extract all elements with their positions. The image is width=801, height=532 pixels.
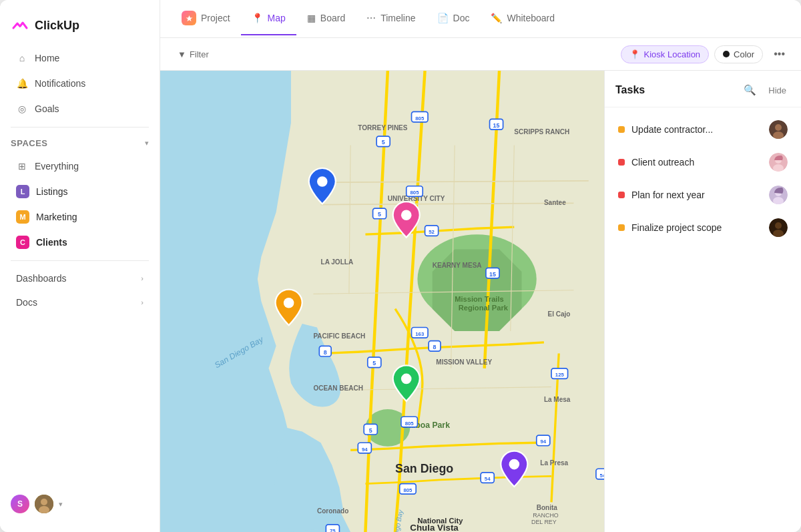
toolbar: ▼ Filter 📍 Kiosk Location Color ••• [160,38,801,71]
svg-text:15: 15 [493,122,500,129]
tab-whiteboard[interactable]: ✏️ Whiteboard [480,2,565,35]
tasks-hide-button[interactable]: Hide [764,83,790,98]
tab-timeline[interactable]: ⋯ Timeline [356,2,426,35]
goals-icon: ◎ [16,103,28,115]
svg-text:RANCHO: RANCHO [533,512,559,519]
svg-point-70 [284,298,294,308]
color-button[interactable]: Color [714,45,763,63]
map-tab-icon: 📍 [252,13,263,23]
svg-point-85 [775,222,782,229]
doc-tab-icon: 📄 [437,13,449,23]
nav-home[interactable]: ⌂ Home [5,46,154,70]
docs-label: Docs [16,297,37,308]
kiosk-label: Kiosk Location [644,49,701,59]
clients-badge: C [16,236,29,249]
nav-goals-label: Goals [35,103,59,114]
task-item[interactable]: Client outreach [607,146,798,178]
tab-project-label: Project [201,13,230,23]
svg-text:805: 805 [405,421,415,427]
map-container[interactable]: TORREY PINES SCRIPPS RANCH UNIVERSITY CI… [160,71,604,532]
svg-point-72 [509,459,520,470]
spaces-chevron-icon: ▾ [145,139,149,148]
task-status-dot [618,224,625,231]
svg-text:Santee: Santee [544,199,566,206]
svg-text:KEARNY MESA: KEARNY MESA [433,262,482,269]
task-status-dot [618,159,625,166]
filter-button[interactable]: ▼ Filter [171,46,216,63]
svg-text:Mission Trails: Mission Trails [455,295,504,303]
task-item[interactable]: Update contractor... [607,113,798,146]
sidebar-divider-1 [11,127,149,127]
tab-doc[interactable]: 📄 Doc [427,2,481,35]
listings-badge: L [16,185,29,198]
svg-text:54: 54 [600,473,604,479]
map-svg: TORREY PINES SCRIPPS RANCH UNIVERSITY CI… [160,71,604,532]
svg-text:DEL REY: DEL REY [531,519,557,525]
bell-icon: 🔔 [16,77,28,89]
svg-text:8: 8 [324,349,327,356]
listings-label: Listings [36,186,67,197]
svg-text:TORREY PINES: TORREY PINES [358,124,408,131]
filter-label: Filter [190,49,209,59]
toolbar-left: ▼ Filter [171,46,216,63]
hide-label: Hide [768,85,786,95]
nav-docs[interactable]: Docs › [5,291,154,314]
task-avatar [769,153,788,172]
svg-text:54: 54 [485,476,491,482]
svg-text:5: 5 [382,139,385,146]
nav-dashboards[interactable]: Dashboards › [5,267,154,290]
color-circle-icon [723,51,730,57]
spaces-header[interactable]: Spaces ▾ [0,133,160,154]
svg-text:5: 5 [378,211,381,218]
svg-text:94: 94 [362,447,368,453]
task-item[interactable]: Plan for next year [607,179,798,211]
tasks-search-button[interactable]: 🔍 [741,81,759,99]
sidebar-item-marketing[interactable]: M Marketing [5,205,154,229]
task-item[interactable]: Finalize project scope [607,212,798,244]
kiosk-location-button[interactable]: 📍 Kiosk Location [621,45,710,63]
svg-text:MISSION VALLEY: MISSION VALLEY [436,358,492,366]
svg-text:LA JOLLA: LA JOLLA [321,258,354,266]
task-avatar [769,218,788,237]
task-list: Update contractor... Client outreac [605,107,801,532]
tab-project[interactable]: Project [171,0,241,37]
user-avatar-photo[interactable] [35,495,53,513]
svg-text:94: 94 [540,439,546,445]
toolbar-right: 📍 Kiosk Location Color ••• [621,45,790,63]
task-name: Client outreach [631,157,762,168]
svg-text:SCRIPPS RANCH: SCRIPPS RANCH [514,128,569,136]
task-status-dot [618,126,625,133]
filter-icon: ▼ [178,49,186,59]
svg-text:Chula Vista: Chula Vista [410,523,459,532]
svg-text:Regional Park: Regional Park [459,304,509,312]
more-dots-icon: ••• [774,48,785,59]
clickup-logo-icon [11,16,29,35]
whiteboard-tab-icon: ✏️ [491,13,502,23]
tab-timeline-label: Timeline [380,13,415,23]
sidebar: ClickUp ⌂ Home 🔔 Notifications ◎ Goals S… [0,0,160,532]
task-avatar [769,186,788,204]
task-name: Plan for next year [631,190,762,200]
tab-map[interactable]: 📍 Map [241,2,296,35]
svg-point-69 [401,210,412,220]
sidebar-item-listings[interactable]: L Listings [5,180,154,204]
svg-text:Coronado: Coronado [317,507,348,515]
user-avatar-initial[interactable]: S [11,495,29,513]
svg-text:805: 805 [403,487,413,493]
nav-notifications[interactable]: 🔔 Notifications [5,71,154,95]
nav-everything[interactable]: ⊞ Everything [5,154,154,178]
sidebar-item-clients[interactable]: C Clients [5,230,154,254]
svg-point-71 [401,374,412,384]
tab-board[interactable]: ▦ Board [296,2,356,35]
svg-text:805: 805 [410,190,419,196]
svg-text:75: 75 [330,528,336,532]
board-tab-icon: ▦ [307,13,316,23]
timeline-tab-icon: ⋯ [366,13,376,23]
task-name: Update contractor... [631,124,762,135]
tasks-title: Tasks [615,84,645,96]
color-label: Color [734,49,754,59]
task-name: Finalize project scope [631,222,762,233]
task-avatar [769,120,788,139]
nav-goals[interactable]: ◎ Goals [5,97,154,121]
more-options-button[interactable]: ••• [768,45,790,63]
